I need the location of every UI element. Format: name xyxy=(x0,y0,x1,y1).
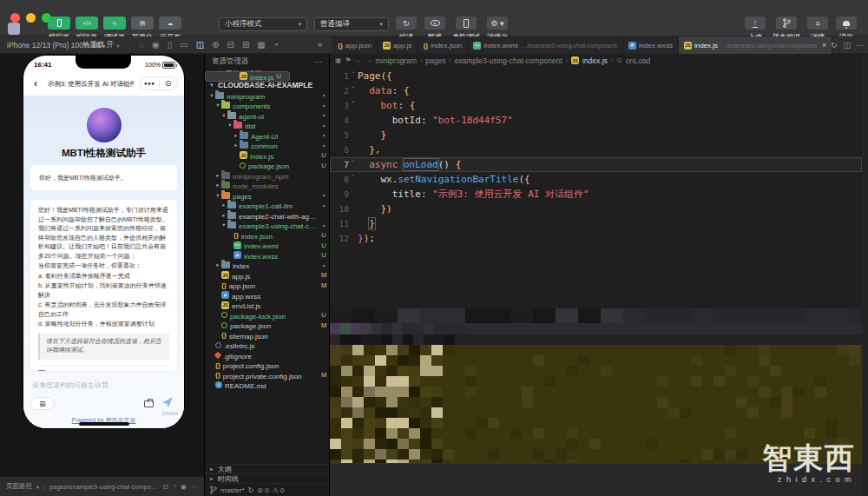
page-path-label[interactable]: 页面路径 xyxy=(6,482,32,491)
tree-item-index.js[interactable]: JSindex.jsU xyxy=(205,150,329,161)
user-avatar[interactable] xyxy=(8,23,20,35)
tree-item-miniprogram[interactable]: ▾miniprogram• xyxy=(205,90,329,101)
breadcrumb-item[interactable]: pages xyxy=(425,56,445,65)
tree-item-package-lock.json[interactable]: package-lock.jsonU xyxy=(205,310,329,321)
zoom-icon[interactable]: ⊕ xyxy=(212,41,219,50)
tree-item-common[interactable]: ▸common• xyxy=(205,141,329,151)
tree-item-node_modules[interactable]: ▸node_modules xyxy=(205,181,329,191)
toolbox-icon[interactable] xyxy=(144,400,154,407)
fold-icon[interactable]: ˇ xyxy=(349,175,358,183)
code-line-8[interactable]: 8ˇ wx.setNavigationBarTitle({ xyxy=(330,172,862,187)
back-button[interactable]: ‹ xyxy=(34,77,37,89)
exit-miniprogram-button[interactable]: ⊙ xyxy=(160,80,178,88)
code-line-11[interactable]: 11 } xyxy=(330,216,862,231)
network-icon[interactable]: ⊟ xyxy=(227,41,234,50)
fold-icon[interactable]: ˇ xyxy=(349,102,358,109)
screenshot-icon[interactable]: ▦ xyxy=(257,41,265,50)
breadcrumb-item[interactable]: miniprogram xyxy=(376,56,417,65)
watch-path-icon[interactable]: ◉ xyxy=(181,483,187,491)
tree-item-README.md[interactable]: iREADME.md xyxy=(205,380,329,391)
tree-item-app.json[interactable]: {}app.jsonM xyxy=(205,281,329,291)
tree-item-index.wxml[interactable]: <>index.wxmlU xyxy=(205,241,329,251)
touch-simulate-icon[interactable]: ◔ xyxy=(273,41,279,50)
tree-item-project.config.json[interactable]: {}project.config.json xyxy=(205,360,329,371)
tree-item-Agent-UI[interactable]: ▸Agent-UI• xyxy=(205,130,329,141)
close-tab-icon[interactable]: × xyxy=(822,41,826,50)
fold-icon[interactable]: ˇ xyxy=(349,161,358,169)
outline-section[interactable]: ▸ 大纲 xyxy=(205,464,329,473)
tree-item-envList.js[interactable]: JSenvList.js xyxy=(205,301,329,311)
restart-icon[interactable]: ◌ xyxy=(139,41,144,50)
tree-item-components[interactable]: ▾components• xyxy=(205,101,329,111)
hot-reload-toggle[interactable]: 热重载 开▾ xyxy=(82,36,119,54)
breadcrumb-symbol[interactable]: onLoad xyxy=(626,56,650,65)
tree-item-example3-using-chat-component[interactable]: ▾example3-using-chat-component• xyxy=(205,221,329,231)
tree-item-agent-ui[interactable]: ▾agent-ui• xyxy=(205,110,329,121)
close-window-button[interactable] xyxy=(10,13,20,23)
tree-item-miniprogram_npm[interactable]: ▸miniprogram_npm xyxy=(205,170,329,181)
tree-item-package.json[interactable]: package.jsonU xyxy=(205,161,329,171)
minimize-window-button[interactable] xyxy=(26,13,36,23)
history-icon[interactable]: ↻ xyxy=(831,41,838,50)
sync-icon[interactable]: ↻ xyxy=(248,486,254,494)
tree-item-index.json[interactable]: {}index.jsonU xyxy=(205,230,329,241)
code-line-4[interactable]: 4 botId: "bot-18d44f57" xyxy=(330,113,862,128)
tree-item-.gitignore[interactable]: .gitignore xyxy=(205,350,329,360)
branch-name[interactable]: master* xyxy=(220,486,245,494)
code-line-7[interactable]: 7ˇ async onLoad() { xyxy=(330,157,862,172)
tree-item-package.json[interactable]: package.jsonM xyxy=(205,321,329,331)
tree-item-app.wxss[interactable]: #app.wxss xyxy=(205,290,329,301)
more-path-icon[interactable]: ⋯ xyxy=(191,483,198,491)
send-button[interactable] xyxy=(161,396,174,408)
code-line-6[interactable]: 6 }, xyxy=(330,142,862,157)
tree-item-index.wxss[interactable]: #index.wxssU xyxy=(205,250,329,261)
mode-select[interactable]: 小程序模式▾ xyxy=(219,17,307,31)
tree-item-.eslintrc.js[interactable]: .eslintrc.js xyxy=(205,341,329,351)
code-line-2[interactable]: 2ˇ data: { xyxy=(330,83,862,98)
inspect-element-icon[interactable]: ⌖ xyxy=(318,40,323,50)
code-line-5[interactable]: 5 } xyxy=(330,128,862,142)
editor-tab-app.json[interactable]: {}app.json xyxy=(332,36,378,54)
code-line-10[interactable]: 10 }) xyxy=(330,202,862,216)
more-actions-icon[interactable]: ⋯ xyxy=(857,41,865,50)
code-area[interactable]: 1ˇPage({2ˇ data: {3ˇ bot: {4 botId: "bot… xyxy=(330,69,862,246)
split-editor-icon[interactable]: ◫ xyxy=(843,41,851,50)
open-path-icon[interactable]: ↑ xyxy=(173,483,176,491)
tree-item-sitemap.json[interactable]: {}sitemap.json xyxy=(205,330,329,341)
back-arrow-icon[interactable]: ← xyxy=(355,56,362,64)
fold-icon[interactable]: ˇ xyxy=(349,72,358,80)
editor-tab-app.js[interactable]: JSapp.js xyxy=(378,36,418,54)
forward-arrow-icon[interactable]: → xyxy=(365,56,372,64)
code-line-1[interactable]: 1ˇPage({ xyxy=(330,69,862,83)
separate-window-icon[interactable]: ◫ xyxy=(196,41,204,50)
tree-item-project.private.config.json[interactable]: {}project.private.config.jsonM xyxy=(205,370,329,380)
code-line-3[interactable]: 3ˇ bot: { xyxy=(330,98,862,113)
breadcrumb-file[interactable]: index.js xyxy=(582,56,608,65)
code-line-9[interactable]: 9 title: "示例3: 使用云开发 AI 对话组件" xyxy=(330,187,862,202)
rotate-device-icon[interactable]: ▯ xyxy=(168,41,173,50)
editor-square-icon[interactable]: ▣ xyxy=(335,56,342,64)
tree-item-pages[interactable]: ▾pages• xyxy=(205,190,329,201)
project-root[interactable]: ▾ CLOUDBASE-AI-EXAMPLE xyxy=(205,80,329,90)
more-features-button[interactable]: ⊞ xyxy=(30,397,55,410)
tree-item-example2-chat-with-agent[interactable]: ▸example2-chat-with-agent xyxy=(205,210,329,221)
compile-mode-select[interactable]: 普通编译▾ xyxy=(314,17,389,31)
copy-button[interactable]: 复制 xyxy=(38,365,169,373)
breadcrumb-item[interactable]: example3-using-chat-component xyxy=(455,56,562,65)
layout-icon[interactable]: ⊞ xyxy=(242,41,249,50)
editor-tab-index.wxml[interactable]: <>index.wxml…/example3-using-chat-compon… xyxy=(468,36,622,54)
tree-item-app.js[interactable]: JSapp.jsM xyxy=(205,270,329,281)
tree-item-example1-call-llm[interactable]: ▸example1-call-llm• xyxy=(205,201,329,211)
timeline-section[interactable]: ▸ 时间线 xyxy=(205,473,329,483)
editor-tab-index.js[interactable]: JSindex.js…/example3-using-chat-componen… xyxy=(679,36,832,54)
bookmark-icon[interactable]: ⚑ xyxy=(345,56,352,64)
explorer-more-icon[interactable]: ⋯ xyxy=(315,57,323,66)
tree-item-index[interactable]: ▸index• xyxy=(205,261,329,271)
fold-icon[interactable]: ˇ xyxy=(349,87,358,95)
message-input[interactable]: 请将您遇到的问题告诉我 xyxy=(32,380,108,390)
editor-tab-index.wxss[interactable]: #index.wxss xyxy=(623,36,679,54)
more-menu-button[interactable]: ●●● xyxy=(141,81,159,86)
editor-tab-index.json[interactable]: {}index.json xyxy=(418,36,468,54)
eraser-icon[interactable]: ▭ xyxy=(180,41,187,50)
tree-item-index.js[interactable]: JSindex.jsU xyxy=(205,71,290,82)
